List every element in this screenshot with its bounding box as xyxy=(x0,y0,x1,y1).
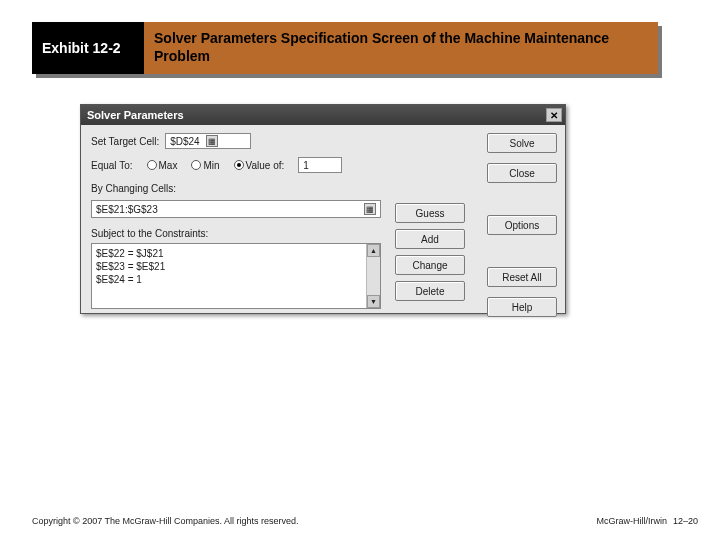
equal-to-label: Equal To: xyxy=(91,160,133,171)
change-button[interactable]: Change xyxy=(395,255,465,275)
slide-header: Exhibit 12-2 Solver Parameters Specifica… xyxy=(32,22,662,78)
guess-button-wrap: Guess xyxy=(395,203,465,223)
radio-min-label: Min xyxy=(203,160,219,171)
close-icon[interactable]: ✕ xyxy=(546,108,562,122)
spacer xyxy=(487,245,557,257)
spacer xyxy=(487,193,557,205)
add-button[interactable]: Add xyxy=(395,229,465,249)
constraint-buttons: Add Change Delete xyxy=(395,229,465,301)
reset-all-button[interactable]: Reset All xyxy=(487,267,557,287)
range-picker-icon[interactable]: ▦ xyxy=(364,203,376,215)
dialog-titlebar[interactable]: Solver Parameters ✕ xyxy=(81,105,565,125)
constraints-listbox[interactable]: $E$22 = $J$21 $E$23 = $E$21 $E$24 = 1 ▲ … xyxy=(91,243,381,309)
target-cell-value: $D$24 xyxy=(170,136,199,147)
radio-min[interactable]: Min xyxy=(191,160,219,171)
scroll-up-icon[interactable]: ▲ xyxy=(367,244,380,257)
slide-caption: Solver Parameters Specification Screen o… xyxy=(144,22,658,74)
radio-dot-selected-icon xyxy=(234,160,244,170)
solve-button[interactable]: Solve xyxy=(487,133,557,153)
footer-right: McGraw-Hill/Irwin 12–20 xyxy=(596,516,698,526)
header-main: Exhibit 12-2 Solver Parameters Specifica… xyxy=(32,22,658,74)
radio-valueof-label: Value of: xyxy=(246,160,285,171)
help-button[interactable]: Help xyxy=(487,297,557,317)
dialog-action-buttons: Solve Close Options Reset All Help xyxy=(487,133,557,317)
copyright-text: Copyright © 2007 The McGraw-Hill Compani… xyxy=(32,516,299,526)
target-cell-label: Set Target Cell: xyxy=(91,136,159,147)
close-button[interactable]: Close xyxy=(487,163,557,183)
solver-parameters-dialog: Solver Parameters ✕ Set Target Cell: $D$… xyxy=(80,104,566,314)
listbox-scrollbar[interactable]: ▲ ▼ xyxy=(366,244,380,308)
constraint-row: $E$24 = 1 xyxy=(96,273,376,286)
guess-button[interactable]: Guess xyxy=(395,203,465,223)
radio-value-of[interactable]: Value of: xyxy=(234,160,285,171)
slide-footer: Copyright © 2007 The McGraw-Hill Compani… xyxy=(32,516,698,526)
radio-dot-icon xyxy=(147,160,157,170)
range-picker-icon[interactable]: ▦ xyxy=(206,135,218,147)
dialog-body: Set Target Cell: $D$24 ▦ Equal To: Max M… xyxy=(81,125,565,313)
scroll-down-icon[interactable]: ▼ xyxy=(367,295,380,308)
constraint-row: $E$22 = $J$21 xyxy=(96,247,376,260)
radio-max[interactable]: Max xyxy=(147,160,178,171)
dialog-title: Solver Parameters xyxy=(87,109,184,121)
radio-dot-icon xyxy=(191,160,201,170)
exhibit-label: Exhibit 12-2 xyxy=(32,22,144,74)
target-cell-input[interactable]: $D$24 ▦ xyxy=(165,133,251,149)
page-number: 12–20 xyxy=(673,516,698,526)
changing-cells-input[interactable]: $E$21:$G$23 ▦ xyxy=(91,200,381,218)
options-button[interactable]: Options xyxy=(487,215,557,235)
radio-max-label: Max xyxy=(159,160,178,171)
value-of-input[interactable]: 1 xyxy=(298,157,342,173)
delete-button[interactable]: Delete xyxy=(395,281,465,301)
publisher-text: McGraw-Hill/Irwin xyxy=(596,516,667,526)
constraint-row: $E$23 = $E$21 xyxy=(96,260,376,273)
changing-cells-value: $E$21:$G$23 xyxy=(96,204,158,215)
